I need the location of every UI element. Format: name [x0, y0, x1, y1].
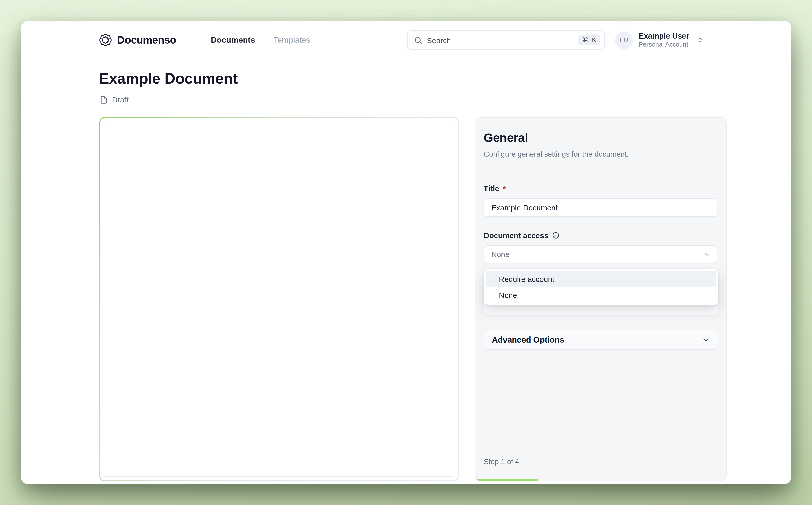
- nav-item-templates[interactable]: Templates: [273, 35, 310, 45]
- user-menu-button[interactable]: EU Example User Personal Account: [615, 21, 704, 59]
- user-name: Example User: [639, 31, 689, 40]
- chevron-down-icon: [702, 335, 710, 344]
- required-marker: *: [503, 184, 506, 193]
- app-header: Documenso Documents Templates Search ⌘+K…: [21, 21, 792, 59]
- unfold-chevrons-icon: [696, 36, 704, 44]
- advanced-options-toggle[interactable]: Advanced Options: [484, 330, 718, 350]
- page-title: Example Document: [99, 70, 238, 87]
- desktop-background: Documenso Documents Templates Search ⌘+K…: [0, 0, 812, 505]
- info-icon[interactable]: [552, 231, 559, 239]
- brand-name: Documenso: [117, 34, 176, 46]
- chevron-down-icon: [704, 250, 711, 258]
- title-field-label: Title*: [484, 184, 717, 193]
- document-access-select[interactable]: None: [484, 245, 717, 263]
- step-indicator: Step 1 of 4: [484, 458, 519, 466]
- document-access-dropdown: Require account None: [484, 269, 718, 305]
- document-page: [104, 122, 454, 477]
- avatar: EU: [615, 31, 633, 49]
- document-status: Draft: [100, 95, 129, 104]
- search-placeholder: Search: [427, 36, 578, 44]
- search-input[interactable]: Search ⌘+K: [407, 30, 605, 50]
- advanced-options-label: Advanced Options: [492, 335, 564, 345]
- documenso-logo-icon: [99, 33, 112, 47]
- divider: [484, 168, 717, 168]
- title-field[interactable]: [484, 198, 717, 217]
- search-shortcut-badge: ⌘+K: [578, 35, 600, 45]
- app-window: Documenso Documents Templates Search ⌘+K…: [21, 21, 792, 485]
- dropdown-option-none[interactable]: None: [486, 287, 716, 303]
- search-icon: [414, 36, 422, 44]
- dropdown-option-require-account[interactable]: Require account: [486, 271, 716, 287]
- panel-heading: General: [484, 131, 717, 145]
- step-progress-fill: [475, 479, 538, 481]
- document-access-label: Document access: [484, 231, 717, 240]
- select-value: None: [491, 250, 510, 259]
- document-preview-frame: [99, 117, 459, 481]
- nav-item-documents[interactable]: Documents: [211, 35, 255, 45]
- main-nav: Documents Templates: [211, 21, 310, 59]
- settings-panel: General Configure general settings for t…: [475, 117, 726, 481]
- user-meta: Example User Personal Account: [639, 31, 689, 49]
- step-progress-bar: [475, 479, 726, 481]
- file-icon: [100, 96, 108, 104]
- brand-logo[interactable]: Documenso: [99, 21, 176, 59]
- panel-description: Configure general settings for the docum…: [484, 150, 717, 158]
- user-account-type: Personal Account: [639, 40, 689, 49]
- status-badge: Draft: [112, 95, 129, 104]
